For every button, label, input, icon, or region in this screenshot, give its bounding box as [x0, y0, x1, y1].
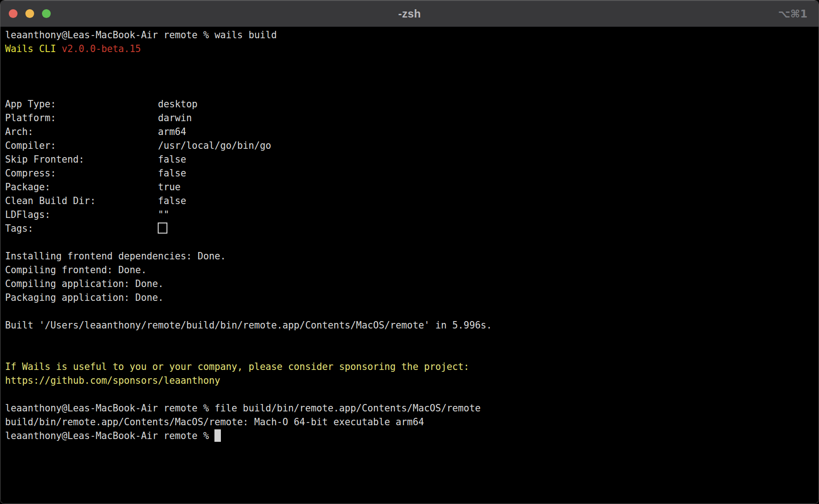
terminal-line: Platform:darwin [5, 111, 816, 125]
empty-list-glyph [158, 223, 167, 234]
terminal-line [5, 70, 816, 83]
config-label: Tags: [5, 222, 158, 235]
terminal-line [5, 83, 816, 97]
terminal-cursor [214, 429, 221, 442]
window-title: -zsh [398, 7, 421, 20]
terminal-text: leaanthony@Leas-MacBook-Air remote % [5, 430, 214, 441]
terminal-line: LDFlags:"" [5, 208, 816, 222]
terminal-text: build/bin/remote.app/Contents/MacOS/remo… [5, 416, 424, 428]
config-value: arm64 [158, 126, 186, 137]
terminal-line: App Type:desktop [5, 97, 816, 111]
terminal-text: Compiling frontend: Done. [5, 264, 147, 275]
close-button[interactable] [9, 9, 18, 18]
config-label: Clean Build Dir: [5, 194, 158, 208]
config-value: desktop [158, 99, 197, 110]
config-label: Package: [5, 180, 158, 194]
zoom-button[interactable] [42, 9, 51, 18]
titlebar[interactable]: -zsh ⌥⌘1 [0, 0, 819, 27]
terminal-line: Compiling application: Done. [5, 277, 816, 291]
terminal-line: Compress:false [5, 166, 816, 180]
terminal-line [5, 235, 816, 249]
config-label: LDFlags: [5, 208, 158, 222]
config-value: false [158, 195, 186, 206]
terminal-line: Clean Build Dir:false [5, 194, 816, 208]
terminal-line: build/bin/remote.app/Contents/MacOS/remo… [5, 415, 816, 429]
terminal-text: Compiling application: Done. [5, 278, 164, 289]
terminal-text: leaanthony@Leas-MacBook-Air remote % fil… [5, 403, 481, 414]
terminal-line: Compiler:/usr/local/go/bin/go [5, 139, 816, 152]
config-label: Skip Frontend: [5, 152, 158, 166]
terminal-text: Wails CLI [5, 43, 62, 54]
terminal-line [5, 387, 816, 401]
terminal-line [5, 56, 816, 70]
terminal-line: If Wails is useful to you or your compan… [5, 360, 816, 374]
terminal-line [5, 332, 816, 346]
terminal-line [5, 305, 816, 318]
config-label: Compress: [5, 166, 158, 180]
terminal-text: leaanthony@Leas-MacBook-Air remote % wai… [5, 29, 277, 41]
config-value: false [158, 168, 186, 179]
terminal-line: https://github.com/sponsors/leaanthony [5, 374, 816, 387]
config-value: false [158, 154, 186, 165]
terminal-screen[interactable]: leaanthony@Leas-MacBook-Air remote % wai… [0, 27, 819, 504]
window-shortcut-badge: ⌥⌘1 [778, 8, 807, 20]
terminal-line: Package:true [5, 180, 816, 194]
terminal-text: Built '/Users/leaanthony/remote/build/bi… [5, 320, 492, 331]
terminal-text: Installing frontend dependencies: Done. [5, 251, 226, 262]
minimize-button[interactable] [25, 9, 34, 18]
config-value: true [158, 182, 180, 193]
config-label: Platform: [5, 111, 158, 125]
config-label: App Type: [5, 97, 158, 111]
terminal-window: -zsh ⌥⌘1 leaanthony@Leas-MacBook-Air rem… [0, 0, 819, 504]
traffic-lights [9, 0, 51, 27]
terminal-line: leaanthony@Leas-MacBook-Air remote % wai… [5, 28, 816, 42]
terminal-line: Wails CLI v2.0.0-beta.15 [5, 42, 816, 56]
config-label: Compiler: [5, 139, 158, 152]
terminal-line: Skip Frontend:false [5, 152, 816, 166]
terminal-text: v2.0.0-beta.15 [62, 43, 141, 54]
terminal-text: If Wails is useful to you or your compan… [5, 361, 469, 372]
terminal-line: Built '/Users/leaanthony/remote/build/bi… [5, 318, 816, 332]
terminal-line: Packaging application: Done. [5, 291, 816, 305]
terminal-line: Compiling frontend: Done. [5, 263, 816, 277]
terminal-line: Tags: [5, 222, 816, 235]
config-value: /usr/local/go/bin/go [158, 140, 271, 151]
terminal-line [5, 346, 816, 360]
config-value: darwin [158, 112, 192, 123]
terminal-line: leaanthony@Leas-MacBook-Air remote % fil… [5, 401, 816, 415]
terminal-line: leaanthony@Leas-MacBook-Air remote % [5, 429, 816, 443]
config-label: Arch: [5, 125, 158, 139]
terminal-line: Installing frontend dependencies: Done. [5, 249, 816, 263]
terminal-line: Arch:arm64 [5, 125, 816, 139]
sponsor-link[interactable]: https://github.com/sponsors/leaanthony [5, 375, 220, 386]
config-value: "" [158, 209, 169, 220]
terminal-text: Packaging application: Done. [5, 292, 164, 303]
